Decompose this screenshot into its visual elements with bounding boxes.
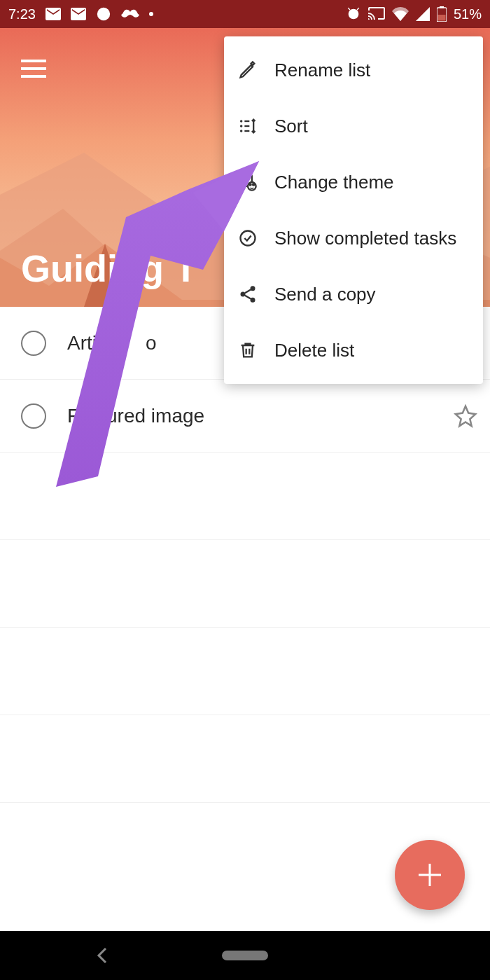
svg-point-14 xyxy=(249,184,251,185)
hamburger-menu-button[interactable] xyxy=(21,60,46,81)
check-circle-icon xyxy=(238,228,258,248)
share-icon xyxy=(238,284,258,304)
svg-rect-4 xyxy=(21,67,46,70)
svg-point-19 xyxy=(251,298,255,303)
task-checkbox[interactable] xyxy=(21,331,46,356)
menu-item-rename[interactable]: Rename list xyxy=(224,42,483,98)
menu-label: Sort xyxy=(274,116,308,137)
battery-icon xyxy=(437,6,447,22)
empty-row xyxy=(0,453,490,540)
alarm-icon xyxy=(346,6,361,22)
svg-rect-5 xyxy=(21,75,46,78)
menu-label: Rename list xyxy=(274,60,370,81)
svg-point-7 xyxy=(240,125,243,127)
svg-point-17 xyxy=(251,286,255,291)
svg-rect-9 xyxy=(244,120,249,122)
task-label: Featured image xyxy=(67,405,454,427)
menu-item-sort[interactable]: Sort xyxy=(224,98,483,154)
menu-label: Send a copy xyxy=(274,284,376,305)
svg-rect-2 xyxy=(438,15,445,21)
overflow-dot xyxy=(149,12,153,16)
svg-rect-1 xyxy=(440,6,444,8)
svg-point-16 xyxy=(241,231,255,246)
menu-item-delete[interactable]: Delete list xyxy=(224,322,483,378)
trash-icon xyxy=(238,340,258,360)
svg-point-15 xyxy=(253,184,254,185)
cast-icon xyxy=(368,7,385,21)
svg-point-6 xyxy=(240,120,243,123)
menu-item-completed[interactable]: Show completed tasks xyxy=(224,210,483,266)
theme-icon xyxy=(238,172,258,192)
list-title: Guiding T xyxy=(21,247,197,290)
home-pill[interactable] xyxy=(222,951,268,960)
task-checkbox[interactable] xyxy=(21,403,46,429)
overflow-menu: Rename list Sort Change theme Show compl… xyxy=(224,36,483,384)
svg-point-18 xyxy=(241,292,246,297)
wifi-icon xyxy=(392,7,409,21)
svg-rect-11 xyxy=(244,130,249,132)
menu-item-theme[interactable]: Change theme xyxy=(224,154,483,210)
status-time: 7:23 xyxy=(8,6,36,22)
mail-icon xyxy=(71,8,86,20)
menu-label: Delete list xyxy=(274,340,354,361)
pencil-icon xyxy=(238,60,258,80)
empty-row xyxy=(0,628,490,715)
empty-row xyxy=(0,715,490,803)
status-bar: 7:23 51% xyxy=(0,0,490,28)
task-row[interactable]: Featured image xyxy=(0,380,490,453)
task-list: Articlexxio Featured image xyxy=(0,307,490,890)
android-nav-bar xyxy=(0,931,490,980)
sort-icon xyxy=(238,116,258,136)
add-task-fab[interactable] xyxy=(395,840,465,910)
back-icon[interactable] xyxy=(96,946,110,965)
menu-item-send-copy[interactable]: Send a copy xyxy=(224,266,483,322)
mail-icon xyxy=(46,8,61,20)
empty-row xyxy=(0,540,490,628)
star-icon[interactable] xyxy=(454,404,477,428)
svg-point-8 xyxy=(240,130,243,132)
svg-rect-3 xyxy=(21,60,46,62)
plus-icon xyxy=(414,860,445,890)
mustache-icon xyxy=(121,9,139,19)
menu-label: Change theme xyxy=(274,172,394,193)
signal-icon xyxy=(416,7,430,21)
download-icon xyxy=(96,6,111,22)
hamburger-icon xyxy=(21,60,46,78)
menu-label: Show completed tasks xyxy=(274,228,456,249)
svg-rect-10 xyxy=(244,125,249,127)
battery-percent: 51% xyxy=(454,6,482,22)
